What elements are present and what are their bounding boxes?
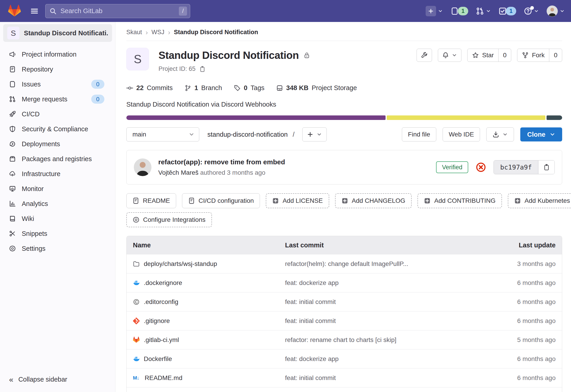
file-link[interactable]: .dockerignore bbox=[133, 279, 285, 287]
cicd-configuration-button[interactable]: CI/CD configuration bbox=[182, 193, 260, 208]
file-link[interactable]: M↓README.md bbox=[133, 374, 285, 382]
notifications-button[interactable] bbox=[438, 49, 461, 62]
fork-icon bbox=[522, 52, 529, 59]
download-button[interactable] bbox=[486, 127, 514, 141]
breadcrumb-link-group[interactable]: Skaut bbox=[126, 29, 142, 36]
commit-message-link[interactable]: refactor(helm): change default ImagePull… bbox=[285, 260, 483, 267]
project-header: S Standup Discord Notification Project I… bbox=[126, 48, 562, 72]
project-header-actions: Star 0 Fork 0 bbox=[417, 48, 562, 62]
issues-shortcut-button[interactable]: 1 bbox=[451, 7, 468, 15]
last-update: 5 months ago bbox=[483, 336, 556, 344]
language-bar[interactable] bbox=[126, 115, 562, 120]
breadcrumb: Skaut › WSJ › Standup Discord Notificati… bbox=[126, 22, 562, 36]
search-input[interactable] bbox=[45, 4, 190, 18]
find-file-button[interactable]: Find file bbox=[402, 127, 436, 141]
add-file-button[interactable] bbox=[302, 127, 327, 141]
plus-square-icon bbox=[424, 197, 431, 204]
sidebar-item-cicd[interactable]: CI/CD bbox=[0, 107, 115, 122]
file-link[interactable]: .editorconfig bbox=[133, 298, 285, 306]
sidebar-item-monitor[interactable]: Monitor bbox=[0, 181, 115, 196]
table-row: M↓README.md feat: initial commit 6 month… bbox=[127, 368, 562, 387]
sidebar-item-snippets[interactable]: Snippets bbox=[0, 226, 115, 241]
repo-path-name[interactable]: standup-discord-notification bbox=[207, 131, 288, 138]
last-commit-panel: refactor(app): remove time from embed Vo… bbox=[126, 150, 562, 184]
pipeline-failed-icon[interactable] bbox=[476, 162, 486, 172]
stat-branches[interactable]: 1Branch bbox=[185, 84, 222, 92]
commit-author-link[interactable]: Vojtěch Mareš bbox=[158, 169, 198, 176]
table-row: deploy/charts/wsj-standup refactor(helm)… bbox=[127, 254, 562, 273]
commit-message-link[interactable]: feat: initial commit bbox=[285, 298, 483, 306]
file-link[interactable]: Dockerfile bbox=[133, 355, 285, 363]
language-segment bbox=[546, 115, 562, 120]
collapse-sidebar-button[interactable]: « Collapse sidebar bbox=[0, 375, 76, 384]
stat-tags[interactable]: 0Tags bbox=[234, 84, 264, 92]
sidebar-project-header[interactable]: S Standup Discord Notificati... bbox=[3, 24, 112, 42]
todos-button[interactable]: 1 bbox=[499, 7, 516, 15]
fork-count[interactable]: 0 bbox=[549, 49, 562, 62]
language-segment bbox=[387, 115, 545, 120]
add-changelog-button[interactable]: Add CHANGELOG bbox=[335, 193, 412, 208]
readme-button[interactable]: README bbox=[126, 193, 176, 208]
stat-storage[interactable]: 348 KBProject Storage bbox=[276, 84, 357, 92]
web-ide-button[interactable]: Web IDE bbox=[443, 127, 480, 141]
sidebar-item-packages-registries[interactable]: Packages and registries bbox=[0, 151, 115, 166]
branch-selector[interactable]: main bbox=[126, 127, 199, 141]
wrench-icon bbox=[421, 52, 428, 59]
sidebar-item-security-compliance[interactable]: Security & Compliance bbox=[0, 122, 115, 137]
project-sidebar: S Standup Discord Notificati... Project … bbox=[0, 22, 115, 392]
double-chevron-left-icon: « bbox=[9, 375, 13, 384]
copy-icon[interactable] bbox=[199, 66, 206, 72]
commit-author-avatar[interactable] bbox=[134, 158, 151, 176]
sidebar-item-analytics[interactable]: Analytics bbox=[0, 196, 115, 211]
verified-badge[interactable]: Verified bbox=[436, 161, 468, 173]
shield-icon bbox=[9, 126, 16, 132]
sidebar-nav: Project information Repository Issues0 M… bbox=[0, 47, 115, 256]
hamburger-menu-icon[interactable] bbox=[30, 7, 39, 15]
package-icon bbox=[9, 155, 16, 162]
breadcrumb-link-subgroup[interactable]: WSJ bbox=[151, 29, 164, 36]
sidebar-item-deployments[interactable]: Deployments bbox=[0, 137, 115, 151]
commit-message-link[interactable]: feat: initial commit bbox=[285, 374, 483, 382]
add-license-button[interactable]: Add LICENSE bbox=[266, 193, 329, 208]
file-link[interactable]: deploy/charts/wsj-standup bbox=[133, 260, 285, 267]
commit-title[interactable]: refactor(app): remove time from embed bbox=[158, 158, 285, 166]
chevron-down-icon bbox=[452, 53, 457, 58]
stat-commits[interactable]: 22Commits bbox=[126, 84, 173, 92]
breadcrumb-separator: › bbox=[146, 29, 148, 36]
fork-button[interactable]: Fork bbox=[517, 49, 549, 62]
merge-requests-button[interactable] bbox=[476, 7, 491, 15]
admin-wrench-button[interactable] bbox=[417, 49, 432, 62]
add-contributing-button[interactable]: Add CONTRIBUTING bbox=[417, 193, 502, 208]
sidebar-item-infrastructure[interactable]: Infrastructure bbox=[0, 166, 115, 181]
file-link[interactable]: .gitignore bbox=[133, 317, 285, 324]
issues-icon bbox=[451, 7, 459, 15]
sidebar-item-project-information[interactable]: Project information bbox=[0, 47, 115, 62]
sidebar-item-merge-requests[interactable]: Merge requests0 bbox=[0, 92, 115, 107]
sidebar-item-wiki[interactable]: Wiki bbox=[0, 211, 115, 226]
notification-dot bbox=[530, 6, 534, 10]
commit-hash: bc197a9f bbox=[494, 160, 538, 174]
new-menu-button[interactable] bbox=[426, 6, 443, 16]
clone-button[interactable]: Clone bbox=[520, 127, 562, 141]
commit-message-link[interactable]: feat: dockerize app bbox=[285, 279, 483, 287]
commit-message-link[interactable]: feat: dockerize app bbox=[285, 355, 483, 363]
sidebar-item-repository[interactable]: Repository bbox=[0, 62, 115, 77]
copy-icon bbox=[543, 164, 550, 171]
commit-message-link[interactable]: refactor: rename chart to charts [ci ski… bbox=[285, 336, 483, 344]
help-menu-button[interactable] bbox=[524, 7, 539, 15]
gitlab-logo-icon[interactable] bbox=[8, 5, 21, 17]
add-kubernetes-cluster-button[interactable]: Add Kubernetes cluster bbox=[508, 193, 571, 208]
table-row-partial bbox=[127, 387, 562, 392]
configure-integrations-button[interactable]: Configure Integrations bbox=[126, 212, 212, 227]
commit-message-link[interactable]: feat: initial commit bbox=[285, 317, 483, 324]
user-menu-button[interactable] bbox=[546, 5, 565, 17]
file-link[interactable]: .gitlab-ci.yml bbox=[133, 336, 285, 344]
chart-icon bbox=[9, 200, 16, 207]
copy-hash-button[interactable] bbox=[538, 160, 555, 174]
chevron-down-icon bbox=[534, 9, 539, 14]
sidebar-item-issues[interactable]: Issues0 bbox=[0, 77, 115, 92]
disk-icon bbox=[276, 85, 283, 91]
star-button[interactable]: Star bbox=[468, 49, 498, 62]
sidebar-item-settings[interactable]: Settings bbox=[0, 241, 115, 256]
star-count[interactable]: 0 bbox=[498, 49, 511, 62]
